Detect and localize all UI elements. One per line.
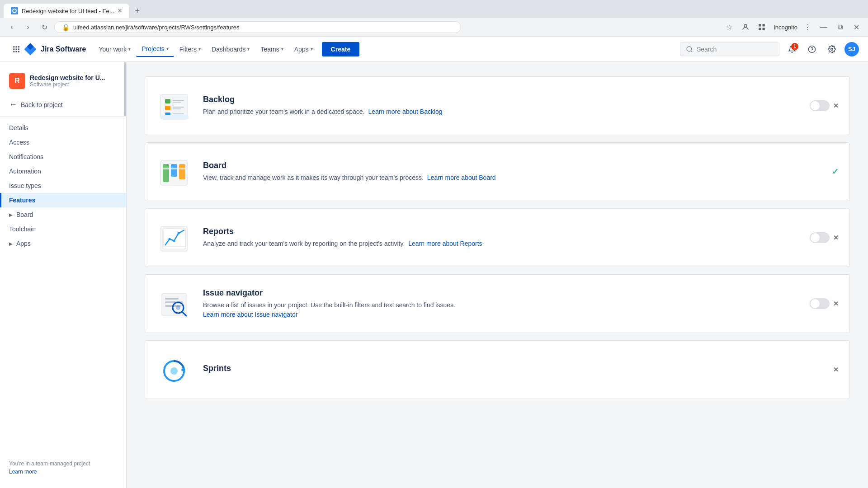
sidebar-item-notifications[interactable]: Notifications: [0, 150, 126, 164]
search-icon: [686, 46, 693, 53]
board-toggle: ✓: [832, 167, 839, 177]
svg-rect-24: [173, 102, 181, 103]
sidebar: R Redesign website for U... Software pro…: [0, 62, 127, 488]
project-info: Redesign website for U... Software proje…: [30, 74, 117, 88]
learn-more-link[interactable]: Learn more: [9, 469, 37, 475]
maximize-button[interactable]: ⧉: [834, 21, 846, 33]
sidebar-item-automation[interactable]: Automation: [0, 164, 126, 178]
more-button[interactable]: ⋮: [801, 21, 814, 33]
issue-navigator-title: Issue navigator: [203, 288, 799, 298]
reports-toggle-switch[interactable]: [810, 232, 830, 243]
toggle-knob: [811, 101, 820, 110]
checkmark-icon: ✓: [832, 167, 839, 177]
tab-close-button[interactable]: ×: [118, 7, 122, 15]
user-avatar[interactable]: SJ: [844, 42, 859, 56]
sidebar-footer: You're in a team-managed project Learn m…: [0, 453, 126, 482]
backlog-desc: Plan and prioritize your team's work in …: [203, 107, 799, 117]
search-bar[interactable]: Search: [680, 42, 779, 56]
navigator-icon-svg: [158, 288, 190, 319]
sidebar-item-details[interactable]: Details: [0, 121, 126, 135]
toggle-x-icon: ✕: [833, 366, 839, 373]
svg-point-50: [176, 305, 180, 310]
help-button[interactable]: [805, 42, 819, 56]
sprints-content: Sprints: [203, 364, 822, 376]
sidebar-item-issue-types[interactable]: Issue types: [0, 178, 126, 193]
svg-rect-3: [759, 28, 761, 30]
nav-apps[interactable]: Apps ▾: [289, 42, 318, 56]
settings-button[interactable]: [825, 42, 839, 56]
feature-card-issue-navigator: Issue navigator Browse a list of issues …: [145, 274, 850, 333]
back-to-project[interactable]: ← Back to project: [0, 96, 126, 113]
window-close-button[interactable]: ✕: [850, 21, 863, 33]
issue-navigator-learn-more[interactable]: Learn more about Issue navigator: [203, 311, 297, 318]
incognito-label: Incognito: [774, 24, 797, 31]
svg-rect-4: [763, 28, 765, 30]
jira-nav: Jira Software Your work ▾ Projects ▾ Fil…: [0, 37, 868, 62]
sidebar-item-access[interactable]: Access: [0, 135, 126, 150]
svg-rect-8: [13, 48, 14, 50]
profile-button[interactable]: [739, 21, 752, 33]
svg-rect-6: [16, 46, 17, 47]
sidebar-item-features[interactable]: Features: [0, 193, 126, 207]
waffle-menu[interactable]: [9, 42, 24, 56]
svg-point-0: [744, 24, 747, 27]
reports-icon-svg: [158, 222, 190, 253]
minimize-button[interactable]: —: [817, 21, 830, 33]
backlog-learn-more[interactable]: Learn more about Backlog: [368, 108, 442, 115]
expand-icon: ▶: [9, 212, 13, 217]
sidebar-item-apps[interactable]: ▶ Apps: [0, 236, 126, 251]
board-icon-svg: [158, 156, 190, 188]
new-tab-button[interactable]: +: [131, 5, 144, 17]
sidebar-item-board[interactable]: ▶ Board: [0, 207, 126, 222]
chevron-down-icon: ▾: [128, 47, 131, 52]
backlog-icon: [156, 88, 192, 124]
browser-tabs: Redesign website for UI feed - Fe... × +: [0, 0, 868, 18]
reports-content: Reports Analyze and track your team's wo…: [203, 227, 799, 249]
forward-button[interactable]: ›: [22, 21, 34, 33]
svg-rect-5: [13, 46, 14, 47]
sidebar-item-toolchain[interactable]: Toolchain: [0, 222, 126, 236]
browser-chrome: Redesign website for UI feed - Fe... × +…: [0, 0, 868, 37]
nav-teams[interactable]: Teams ▾: [255, 42, 288, 56]
svg-rect-12: [16, 51, 17, 52]
chevron-down-icon: ▾: [166, 46, 169, 51]
address-bar[interactable]: 🔒 uifeed.atlassian.net/jira/software/pro…: [54, 21, 461, 33]
svg-rect-11: [13, 51, 14, 52]
svg-rect-25: [173, 107, 184, 108]
svg-rect-23: [173, 100, 184, 101]
reports-learn-more[interactable]: Learn more about Reports: [408, 240, 482, 247]
bookmark-button[interactable]: ☆: [723, 21, 736, 33]
browser-actions: ☆ Incognito ⋮ — ⧉ ✕: [723, 21, 863, 33]
svg-rect-13: [18, 51, 19, 52]
active-tab[interactable]: Redesign website for UI feed - Fe... ×: [4, 4, 129, 18]
svg-rect-2: [763, 24, 765, 26]
svg-rect-7: [18, 46, 19, 47]
nav-your-work[interactable]: Your work ▾: [93, 42, 136, 56]
extensions-button[interactable]: [755, 21, 768, 33]
chevron-down-icon: ▾: [281, 47, 283, 52]
board-learn-more[interactable]: Learn more about Board: [427, 174, 496, 181]
scrollbar-thumb[interactable]: [124, 62, 126, 116]
nav-projects[interactable]: Projects ▾: [136, 42, 174, 57]
create-button[interactable]: Create: [322, 42, 360, 56]
notifications-button[interactable]: 1: [785, 42, 799, 56]
scrollbar-track: [124, 62, 126, 488]
svg-rect-35: [171, 168, 177, 169]
jira-logo[interactable]: Jira Software: [24, 42, 86, 56]
svg-rect-27: [173, 113, 184, 114]
backlog-content: Backlog Plan and prioritize your team's …: [203, 95, 799, 117]
back-button[interactable]: ‹: [5, 21, 18, 33]
refresh-button[interactable]: ↻: [38, 21, 51, 33]
feature-card-sprints: Sprints ✕: [145, 340, 850, 399]
sprints-toggle: ✕: [833, 366, 839, 373]
board-icon: [156, 154, 192, 190]
project-name: Redesign website for U...: [30, 74, 117, 81]
nav-dashboards[interactable]: Dashboards ▾: [206, 42, 255, 56]
issue-navigator-toggle-switch[interactable]: [810, 298, 830, 309]
nav-filters[interactable]: Filters ▾: [174, 42, 206, 56]
backlog-title: Backlog: [203, 95, 799, 104]
backlog-toggle-switch[interactable]: [810, 100, 830, 111]
svg-point-40: [173, 240, 175, 242]
svg-point-39: [169, 238, 171, 240]
svg-point-18: [831, 48, 833, 50]
